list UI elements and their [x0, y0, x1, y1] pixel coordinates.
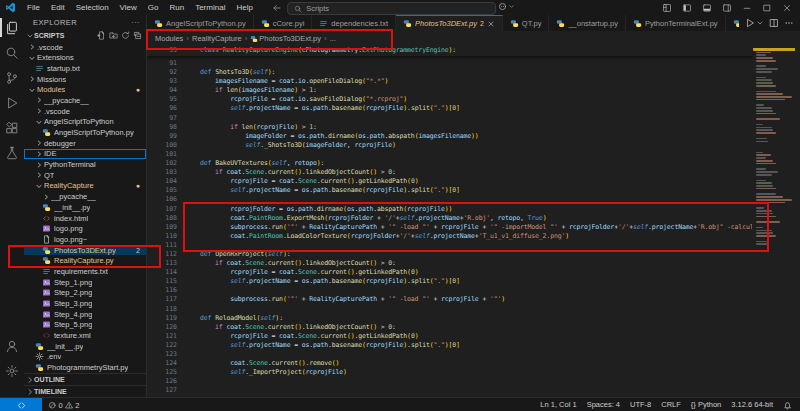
code-line-123[interactable]: 123 [147, 350, 752, 359]
customize-layout-button[interactable] [658, 1, 676, 14]
command-center[interactable]: Scripts [287, 2, 496, 15]
code-line-127[interactable]: 127 [147, 386, 752, 395]
tree-item-.env[interactable]: .env [24, 352, 146, 363]
tree-item-angelscripttopython.py[interactable]: AngelScriptToPython.py [24, 127, 146, 138]
tree-item-texture.xml[interactable]: texture.xml [24, 330, 146, 341]
tree-item-logo.png[interactable]: logo.png [24, 223, 146, 234]
tree-item-modules[interactable]: Modules● [24, 84, 146, 95]
notifications-bell[interactable] [783, 400, 792, 410]
tree-item-ide[interactable]: IDE [24, 149, 146, 160]
new-folder-icon[interactable] [109, 31, 118, 40]
code-area[interactable]: 9192 def ShotsTo3D(self):93 imagesFilena… [147, 59, 752, 397]
code-line-98[interactable]: 98 if len(rcprojFile) > 1: [147, 123, 752, 132]
menu-terminal[interactable]: Terminal [190, 2, 230, 13]
code-line-115[interactable]: 115 self.projectName = os.path.basename(… [147, 277, 752, 286]
status-3-12-6-64-bit[interactable]: 3.12.6 64-bit [731, 400, 773, 409]
split-editor-icon[interactable] [769, 18, 779, 28]
activitybar-extensions[interactable] [0, 115, 24, 140]
activitybar-account[interactable] [0, 333, 24, 358]
status-spaces-4[interactable]: Spaces: 4 [587, 400, 620, 409]
tree-item-index.html[interactable]: index.html [24, 213, 146, 224]
arrow-left-icon[interactable] [272, 3, 282, 13]
tree-item-photogrammetrystart.py[interactable]: PhotogrammetryStart.py [24, 362, 146, 373]
problems-status[interactable]: 02 [48, 401, 79, 410]
tree-item-realitycapture[interactable]: RealityCapture● [24, 181, 146, 192]
code-line-110[interactable]: 110 coat.PaintRoom.LoadColorTexture(rcpr… [147, 232, 752, 241]
tree-item-__pycache__[interactable]: __pycache__ [24, 95, 146, 106]
menu-selection[interactable]: Selection [71, 2, 114, 13]
tree-item-missions[interactable]: Missions [24, 74, 146, 85]
copilot-icon[interactable] [498, 2, 507, 11]
breadcrumb-item[interactable]: ... [330, 34, 336, 43]
code-line-108[interactable]: 108 coat.PaintRoom.ExportMesh(rcprojFold… [147, 214, 752, 223]
code-line-120[interactable]: 120 if coat.Scene.current().linkedObject… [147, 323, 752, 332]
code-line-113[interactable]: 113 if coat.Scene.current().linkedObject… [147, 259, 752, 268]
refresh-icon[interactable] [121, 31, 130, 40]
tree-item-step_5.png[interactable]: Step_5.png [24, 320, 146, 331]
activitybar-run-and-debug[interactable] [0, 90, 24, 115]
code-line-106[interactable]: 106 [147, 195, 752, 204]
status-crlf[interactable]: CRLF [661, 400, 681, 409]
code-line-118[interactable]: 118 [147, 305, 752, 314]
code-line-107[interactable]: 107 rcprojFolder = os.path.dirname(os.pa… [147, 205, 752, 214]
tree-item-.vscode[interactable]: .vscode [24, 106, 146, 117]
code-line-95[interactable]: 95 rcprojFile = coat.io.saveFileDialog("… [147, 95, 752, 104]
remote-indicator[interactable] [0, 398, 42, 411]
tree-item-__pycache__[interactable]: __pycache__ [24, 191, 146, 202]
activitybar-testing[interactable] [0, 140, 24, 165]
code-line-111[interactable]: 111 [147, 241, 752, 250]
code-line-105[interactable]: 105 self.projectName = os.path.basename(… [147, 186, 752, 195]
activitybar-source-control[interactable] [0, 65, 24, 90]
status-ln-1-col-1[interactable]: Ln 1, Col 1 [540, 400, 576, 409]
code-line-109[interactable]: 109 subprocess.run('"' + RealityCaptureP… [147, 223, 752, 232]
close-button[interactable] [778, 1, 796, 14]
panel-left-button[interactable] [678, 1, 696, 14]
minimap[interactable] [753, 46, 795, 397]
tree-item-pythonterminal[interactable]: PythonTerminal [24, 159, 146, 170]
menu-help[interactable]: Help [231, 2, 257, 13]
minimize-button[interactable] [738, 1, 756, 14]
code-line-112[interactable]: 112 def OpenRxProject(self): [147, 250, 752, 259]
tree-item-angelscripttopython[interactable]: AngelScriptToPython [24, 117, 146, 128]
tab-ccore.pyi[interactable]: cCore.pyi [254, 15, 313, 31]
tree-item-step_2.png[interactable]: Step_2.png [24, 288, 146, 299]
code-line-103[interactable]: 103 if coat.Scene.current().linkedObject… [147, 168, 752, 177]
panel-right-button[interactable] [718, 1, 736, 14]
section-timeline[interactable]: TIMELINE [24, 385, 146, 397]
tab-pythonterminal.py[interactable]: PythonTerminal.py [726, 15, 739, 31]
code-line-92[interactable]: 92 def ShotsTo3D(self): [147, 68, 752, 77]
code-line-104[interactable]: 104 rcprojFile = coat.Scene.current().ge… [147, 177, 752, 186]
sticky-scroll-line[interactable]: 33 class RealityCaptureEngine(cPhotogram… [147, 46, 752, 56]
tree-item-__init__.py[interactable]: __init__.py [24, 202, 146, 213]
breadcrumb-item[interactable]: Modules [155, 34, 183, 43]
tree-item-.vscode[interactable]: .vscode [24, 42, 146, 53]
new-file-icon[interactable] [97, 31, 106, 40]
code-line-91[interactable]: 91 [147, 59, 752, 68]
activitybar-explorer[interactable] [0, 15, 24, 40]
code-line-102[interactable]: 102 def BakeUVTextures(self, retopo): [147, 159, 752, 168]
tree-item-photosto3dext.py[interactable]: PhotosTo3DExt.py2 [24, 245, 146, 256]
code-line-117[interactable]: 117 subprocess.run('"' + RealityCaptureP… [147, 295, 752, 304]
tree-item-step_1.png[interactable]: Step_1.png [24, 277, 146, 288]
panel-bottom-button[interactable] [698, 1, 716, 14]
tab-qt.py[interactable]: QT.py [503, 15, 550, 31]
editor-body[interactable]: 33 class RealityCaptureEngine(cPhotogram… [147, 46, 800, 397]
close-icon[interactable] [487, 20, 495, 28]
code-line-96[interactable]: 96 self.projectName = os.path.basename(r… [147, 104, 752, 113]
run-icon[interactable] [745, 18, 755, 28]
code-line-116[interactable]: 116 [147, 286, 752, 295]
tree-item-realitycapture.py[interactable]: RealityCapture.py [24, 255, 146, 266]
collapse-all-icon[interactable] [133, 31, 142, 40]
tree-item-__init__.py[interactable]: __init__.py [24, 341, 146, 352]
menu-go[interactable]: Go [143, 2, 164, 13]
menu-run[interactable]: Run [164, 2, 189, 13]
scripts-section-header[interactable]: SCRIPTS [24, 30, 146, 41]
tree-item-step_3.png[interactable]: Step_3.png [24, 298, 146, 309]
activitybar-settings[interactable] [0, 358, 24, 383]
menu-file[interactable]: File [22, 2, 45, 13]
code-line-99[interactable]: 99 imageFolder = os.path.dirname(os.path… [147, 132, 752, 141]
tree-item-debugger[interactable]: debugger [24, 138, 146, 149]
tree-item-startup.txt[interactable]: startup.txt [24, 63, 146, 74]
code-line-101[interactable]: 101 [147, 150, 752, 159]
code-line-93[interactable]: 93 imagesFilename = coat.io.openFileDial… [147, 77, 752, 86]
